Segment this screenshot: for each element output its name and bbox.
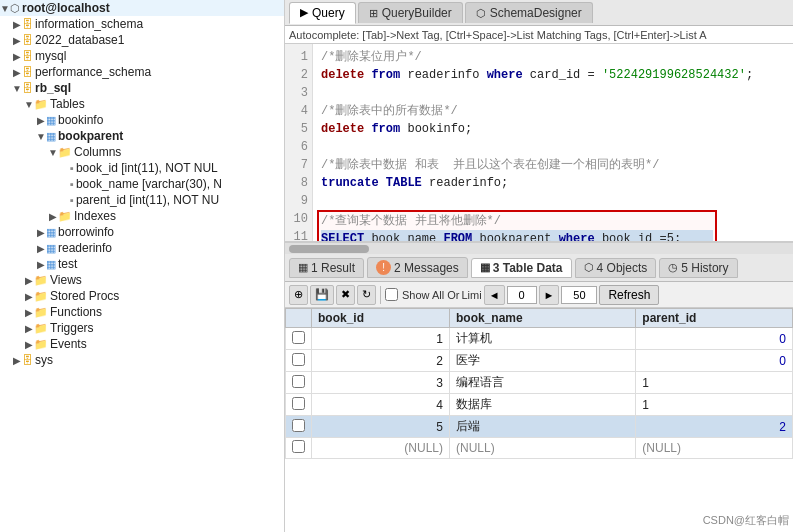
expand-icon-2022_database1[interactable]: ▶	[12, 35, 22, 46]
sidebar-item-indexes[interactable]: ▶📁Indexes	[0, 208, 284, 224]
table-row[interactable]: 1计算机0	[286, 328, 793, 350]
expand-icon-rb_sql[interactable]: ▼	[12, 83, 22, 94]
row-0-parent_id: 0	[636, 328, 793, 350]
horizontal-scrollbar[interactable]	[285, 242, 793, 254]
btab-badge-messages: !	[376, 260, 391, 275]
row-4-checkbox[interactable]	[286, 416, 312, 438]
tab-querybuilder[interactable]: ⊞QueryBuilder	[358, 2, 463, 23]
row-5-book_id: (NULL)	[312, 438, 450, 459]
prev-page-button[interactable]: ◄	[484, 285, 505, 305]
grid-refresh-icon-button[interactable]: ↻	[357, 285, 376, 305]
btab-label-tabledata: 3 Table Data	[493, 261, 563, 275]
sql-editor[interactable]: 12345678910111213 /*删除某位用户*/delete from …	[285, 44, 793, 242]
btab-messages[interactable]: !2 Messages	[367, 257, 468, 278]
limit-label: Limi	[461, 289, 481, 301]
btab-result[interactable]: ▦1 Result	[289, 258, 364, 278]
db-icon-performance_schema: 🗄	[22, 66, 33, 78]
sidebar-item-tables[interactable]: ▼📁Tables	[0, 96, 284, 112]
row-4-book_name: 后端	[449, 416, 635, 438]
line-num-4: 4	[289, 102, 308, 120]
table-row[interactable]: 4数据库1	[286, 394, 793, 416]
sidebar-item-readerinfo[interactable]: ▶▦readerinfo	[0, 240, 284, 256]
autocomplete-hint: Autocomplete: [Tab]->Next Tag, [Ctrl+Spa…	[285, 26, 793, 44]
expand-icon-readerinfo[interactable]: ▶	[36, 243, 46, 254]
table-row[interactable]: 3编程语言1	[286, 372, 793, 394]
expand-icon-borrowinfo[interactable]: ▶	[36, 227, 46, 238]
table-row[interactable]: (NULL)(NULL)(NULL)	[286, 438, 793, 459]
sidebar-item-col_book_name[interactable]: ▪book_name [varchar(30), N	[0, 176, 284, 192]
limit-input[interactable]	[561, 286, 597, 304]
table-icon-readerinfo: ▦	[46, 242, 56, 255]
expand-icon-sys[interactable]: ▶	[12, 355, 22, 366]
expand-icon-bookinfo[interactable]: ▶	[36, 115, 46, 126]
data-grid[interactable]: book_idbook_nameparent_id 1计算机02医学03编程语言…	[285, 308, 793, 532]
folder-icon-views: 📁	[34, 274, 48, 287]
sidebar-item-mysql[interactable]: ▶🗄mysql	[0, 48, 284, 64]
expand-icon-test[interactable]: ▶	[36, 259, 46, 270]
sidebar-item-bookinfo[interactable]: ▶▦bookinfo	[0, 112, 284, 128]
folder-icon-events: 📁	[34, 338, 48, 351]
table-row[interactable]: 5后端2	[286, 416, 793, 438]
row-2-book_name: 编程语言	[449, 372, 635, 394]
grid-save-button[interactable]: 💾	[310, 285, 334, 305]
sidebar-item-borrowinfo[interactable]: ▶▦borrowinfo	[0, 224, 284, 240]
offset-input[interactable]	[507, 286, 537, 304]
sidebar-item-2022_database1[interactable]: ▶🗄2022_database1	[0, 32, 284, 48]
sidebar-item-rb_sql[interactable]: ▼🗄rb_sql	[0, 80, 284, 96]
sidebar-item-views[interactable]: ▶📁Views	[0, 272, 284, 288]
expand-icon-mysql[interactable]: ▶	[12, 51, 22, 62]
sidebar-label-col_book_name: book_name [varchar(30), N	[76, 177, 222, 191]
tab-schemadesigner[interactable]: ⬡SchemaDesigner	[465, 2, 593, 23]
row-2-checkbox[interactable]	[286, 372, 312, 394]
grid-toolbar: ⊕ 💾 ✖ ↻ Show All Or Limi ◄ ► Refresh	[285, 282, 793, 308]
refresh-button[interactable]: Refresh	[599, 285, 659, 305]
row-5-checkbox[interactable]	[286, 438, 312, 459]
row-0-checkbox[interactable]	[286, 328, 312, 350]
code-area[interactable]: /*删除某位用户*/delete from readerinfo where c…	[313, 44, 793, 242]
sidebar-item-performance_schema[interactable]: ▶🗄performance_schema	[0, 64, 284, 80]
expand-icon-columns[interactable]: ▼	[48, 147, 58, 158]
btab-tabledata[interactable]: ▦3 Table Data	[471, 258, 572, 278]
row-3-book_id: 4	[312, 394, 450, 416]
btab-objects[interactable]: ⬡4 Objects	[575, 258, 657, 278]
expand-icon-performance_schema[interactable]: ▶	[12, 67, 22, 78]
sidebar-item-sys[interactable]: ▶🗄sys	[0, 352, 284, 368]
sidebar-item-col_parent_id[interactable]: ▪parent_id [int(11), NOT NU	[0, 192, 284, 208]
folder-icon-functions: 📁	[34, 306, 48, 319]
expand-icon-storedprocs[interactable]: ▶	[24, 291, 34, 302]
tab-query[interactable]: ▶Query	[289, 2, 356, 24]
grid-add-button[interactable]: ⊕	[289, 285, 308, 305]
sidebar-label-col_book_id: book_id [int(11), NOT NUL	[76, 161, 218, 175]
expand-icon-indexes[interactable]: ▶	[48, 211, 58, 222]
expand-icon-functions[interactable]: ▶	[24, 307, 34, 318]
next-page-button[interactable]: ►	[539, 285, 560, 305]
scrollbar-thumb[interactable]	[289, 245, 369, 253]
sidebar-item-columns[interactable]: ▼📁Columns	[0, 144, 284, 160]
sidebar-item-triggers[interactable]: ▶📁Triggers	[0, 320, 284, 336]
line-num-2: 2	[289, 66, 308, 84]
sidebar-item-information_schema[interactable]: ▶🗄information_schema	[0, 16, 284, 32]
row-3-checkbox[interactable]	[286, 394, 312, 416]
expand-icon-triggers[interactable]: ▶	[24, 323, 34, 334]
row-1-checkbox[interactable]	[286, 350, 312, 372]
expand-icon-bookparent[interactable]: ▼	[36, 131, 46, 142]
sidebar-item-bookparent[interactable]: ▼▦bookparent	[0, 128, 284, 144]
expand-icon-root[interactable]: ▼	[0, 3, 10, 14]
sidebar-item-root[interactable]: ▼⬡root@localhost	[0, 0, 284, 16]
expand-icon-tables[interactable]: ▼	[24, 99, 34, 110]
table-row[interactable]: 2医学0	[286, 350, 793, 372]
grid-delete-button[interactable]: ✖	[336, 285, 355, 305]
expand-icon-views[interactable]: ▶	[24, 275, 34, 286]
showall-checkbox[interactable]	[385, 288, 398, 301]
sidebar-item-functions[interactable]: ▶📁Functions	[0, 304, 284, 320]
sidebar-label-storedprocs: Stored Procs	[50, 289, 119, 303]
sidebar-item-storedprocs[interactable]: ▶📁Stored Procs	[0, 288, 284, 304]
row-4-parent_id: 2	[636, 416, 793, 438]
row-1-book_name: 医学	[449, 350, 635, 372]
sidebar-item-events[interactable]: ▶📁Events	[0, 336, 284, 352]
sidebar-item-col_book_id[interactable]: ▪book_id [int(11), NOT NUL	[0, 160, 284, 176]
btab-history[interactable]: ◷5 History	[659, 258, 737, 278]
expand-icon-events[interactable]: ▶	[24, 339, 34, 350]
expand-icon-information_schema[interactable]: ▶	[12, 19, 22, 30]
sidebar-item-test[interactable]: ▶▦test	[0, 256, 284, 272]
